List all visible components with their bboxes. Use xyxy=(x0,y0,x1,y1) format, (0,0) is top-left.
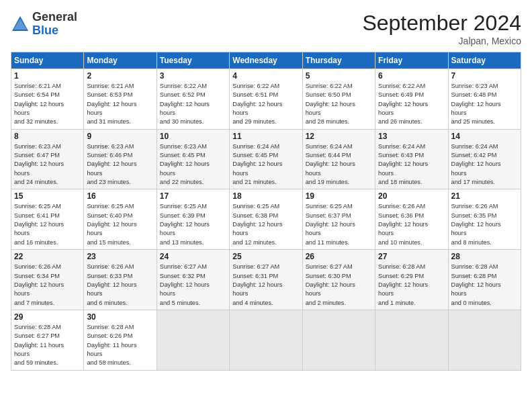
logo-icon xyxy=(11,15,30,34)
day-number: 29 xyxy=(14,312,81,322)
table-row xyxy=(448,310,521,370)
day-number: 22 xyxy=(14,252,81,261)
day-detail: Sunrise: 6:25 AMSunset: 6:38 PMDaylight:… xyxy=(232,203,282,245)
table-row: 21 Sunrise: 6:26 AMSunset: 6:35 PMDaylig… xyxy=(448,189,521,250)
table-row: 29 Sunrise: 6:28 AMSunset: 6:27 PMDaylig… xyxy=(11,310,84,370)
day-number: 19 xyxy=(306,191,372,201)
title-block: September 2024 Jalpan, Mexico xyxy=(362,11,521,46)
day-detail: Sunrise: 6:21 AMSunset: 6:53 PMDaylight:… xyxy=(87,83,136,125)
day-number: 17 xyxy=(160,191,226,201)
col-wednesday: Wednesday xyxy=(230,52,302,69)
table-row: 24 Sunrise: 6:27 AMSunset: 6:32 PMDaylig… xyxy=(157,250,229,310)
day-number: 21 xyxy=(451,191,518,201)
day-number: 14 xyxy=(451,132,518,141)
header: General Blue September 2024 Jalpan, Mexi… xyxy=(11,11,521,46)
table-row: 27 Sunrise: 6:28 AMSunset: 6:29 PMDaylig… xyxy=(375,250,448,310)
table-row: 26 Sunrise: 6:27 AMSunset: 6:30 PMDaylig… xyxy=(302,250,375,310)
day-detail: Sunrise: 6:25 AMSunset: 6:41 PMDaylight:… xyxy=(14,203,64,245)
col-sunday: Sunday xyxy=(11,52,84,69)
day-detail: Sunrise: 6:22 AMSunset: 6:52 PMDaylight:… xyxy=(160,83,210,125)
day-number: 25 xyxy=(232,252,299,261)
calendar-table: Sunday Monday Tuesday Wednesday Thursday… xyxy=(11,52,521,371)
table-row: 1 Sunrise: 6:21 AMSunset: 6:54 PMDayligh… xyxy=(11,69,84,130)
calendar-row-1: 1 Sunrise: 6:21 AMSunset: 6:54 PMDayligh… xyxy=(11,69,521,130)
logo-blue-text: Blue xyxy=(32,24,58,37)
day-number: 10 xyxy=(160,132,226,141)
table-row: 11 Sunrise: 6:24 AMSunset: 6:45 PMDaylig… xyxy=(230,129,302,189)
day-detail: Sunrise: 6:26 AMSunset: 6:34 PMDaylight:… xyxy=(14,263,64,306)
day-detail: Sunrise: 6:28 AMSunset: 6:28 PMDaylight:… xyxy=(451,263,501,306)
table-row: 23 Sunrise: 6:26 AMSunset: 6:33 PMDaylig… xyxy=(84,250,157,310)
day-number: 4 xyxy=(232,71,299,81)
day-number: 23 xyxy=(87,252,153,261)
month-title: September 2024 xyxy=(362,11,521,36)
table-row: 15 Sunrise: 6:25 AMSunset: 6:41 PMDaylig… xyxy=(11,189,84,250)
day-detail: Sunrise: 6:24 AMSunset: 6:43 PMDaylight:… xyxy=(378,143,428,185)
day-detail: Sunrise: 6:27 AMSunset: 6:30 PMDaylight:… xyxy=(306,263,355,306)
table-row: 3 Sunrise: 6:22 AMSunset: 6:52 PMDayligh… xyxy=(157,69,229,130)
day-detail: Sunrise: 6:24 AMSunset: 6:45 PMDaylight:… xyxy=(232,143,282,185)
table-row: 2 Sunrise: 6:21 AMSunset: 6:53 PMDayligh… xyxy=(84,69,157,130)
day-number: 2 xyxy=(87,71,153,81)
table-row: 10 Sunrise: 6:23 AMSunset: 6:45 PMDaylig… xyxy=(157,129,229,189)
table-row: 6 Sunrise: 6:22 AMSunset: 6:49 PMDayligh… xyxy=(375,69,448,130)
day-number: 3 xyxy=(160,71,226,81)
header-row: Sunday Monday Tuesday Wednesday Thursday… xyxy=(11,52,521,69)
calendar-row-4: 22 Sunrise: 6:26 AMSunset: 6:34 PMDaylig… xyxy=(11,250,521,310)
table-row: 14 Sunrise: 6:24 AMSunset: 6:42 PMDaylig… xyxy=(448,129,521,189)
table-row: 22 Sunrise: 6:26 AMSunset: 6:34 PMDaylig… xyxy=(11,250,84,310)
calendar-row-2: 8 Sunrise: 6:23 AMSunset: 6:47 PMDayligh… xyxy=(11,129,521,189)
day-number: 24 xyxy=(160,252,226,261)
svg-marker-1 xyxy=(13,19,27,30)
day-detail: Sunrise: 6:28 AMSunset: 6:26 PMDaylight:… xyxy=(87,324,136,366)
table-row xyxy=(230,310,302,370)
day-detail: Sunrise: 6:23 AMSunset: 6:48 PMDaylight:… xyxy=(451,83,501,125)
col-saturday: Saturday xyxy=(448,52,521,69)
day-number: 30 xyxy=(87,312,153,322)
day-number: 13 xyxy=(378,132,445,141)
day-detail: Sunrise: 6:27 AMSunset: 6:32 PMDaylight:… xyxy=(160,263,210,306)
day-detail: Sunrise: 6:25 AMSunset: 6:40 PMDaylight:… xyxy=(87,203,136,245)
day-number: 12 xyxy=(306,132,372,141)
calendar-row-3: 15 Sunrise: 6:25 AMSunset: 6:41 PMDaylig… xyxy=(11,189,521,250)
day-number: 8 xyxy=(14,132,81,141)
table-row xyxy=(302,310,375,370)
day-number: 16 xyxy=(87,191,153,201)
logo-general: General xyxy=(32,10,77,24)
day-number: 20 xyxy=(378,191,445,201)
day-detail: Sunrise: 6:23 AMSunset: 6:45 PMDaylight:… xyxy=(160,143,210,185)
table-row: 16 Sunrise: 6:25 AMSunset: 6:40 PMDaylig… xyxy=(84,189,157,250)
day-detail: Sunrise: 6:26 AMSunset: 6:33 PMDaylight:… xyxy=(87,263,136,306)
col-friday: Friday xyxy=(375,52,448,69)
day-number: 7 xyxy=(451,71,518,81)
table-row: 9 Sunrise: 6:23 AMSunset: 6:46 PMDayligh… xyxy=(84,129,157,189)
table-row xyxy=(375,310,448,370)
day-number: 5 xyxy=(306,71,372,81)
table-row: 5 Sunrise: 6:22 AMSunset: 6:50 PMDayligh… xyxy=(302,69,375,130)
logo: General Blue xyxy=(11,11,77,38)
day-number: 6 xyxy=(378,71,445,81)
table-row: 25 Sunrise: 6:27 AMSunset: 6:31 PMDaylig… xyxy=(230,250,302,310)
table-row: 13 Sunrise: 6:24 AMSunset: 6:43 PMDaylig… xyxy=(375,129,448,189)
day-number: 18 xyxy=(232,191,299,201)
day-number: 26 xyxy=(306,252,372,261)
day-number: 9 xyxy=(87,132,153,141)
day-detail: Sunrise: 6:25 AMSunset: 6:37 PMDaylight:… xyxy=(306,203,355,245)
page: General Blue September 2024 Jalpan, Mexi… xyxy=(0,0,532,411)
table-row: 17 Sunrise: 6:25 AMSunset: 6:39 PMDaylig… xyxy=(157,189,229,250)
day-number: 11 xyxy=(232,132,299,141)
day-detail: Sunrise: 6:24 AMSunset: 6:42 PMDaylight:… xyxy=(451,143,501,185)
table-row: 18 Sunrise: 6:25 AMSunset: 6:38 PMDaylig… xyxy=(230,189,302,250)
table-row xyxy=(157,310,229,370)
day-detail: Sunrise: 6:26 AMSunset: 6:36 PMDaylight:… xyxy=(378,203,428,245)
day-detail: Sunrise: 6:22 AMSunset: 6:49 PMDaylight:… xyxy=(378,83,428,125)
table-row: 12 Sunrise: 6:24 AMSunset: 6:44 PMDaylig… xyxy=(302,129,375,189)
day-detail: Sunrise: 6:23 AMSunset: 6:47 PMDaylight:… xyxy=(14,143,64,185)
day-detail: Sunrise: 6:28 AMSunset: 6:29 PMDaylight:… xyxy=(378,263,428,306)
day-detail: Sunrise: 6:27 AMSunset: 6:31 PMDaylight:… xyxy=(232,263,282,306)
col-monday: Monday xyxy=(84,52,157,69)
day-number: 1 xyxy=(14,71,81,81)
day-detail: Sunrise: 6:22 AMSunset: 6:51 PMDaylight:… xyxy=(232,83,282,125)
calendar-row-5: 29 Sunrise: 6:28 AMSunset: 6:27 PMDaylig… xyxy=(11,310,521,370)
table-row: 8 Sunrise: 6:23 AMSunset: 6:47 PMDayligh… xyxy=(11,129,84,189)
